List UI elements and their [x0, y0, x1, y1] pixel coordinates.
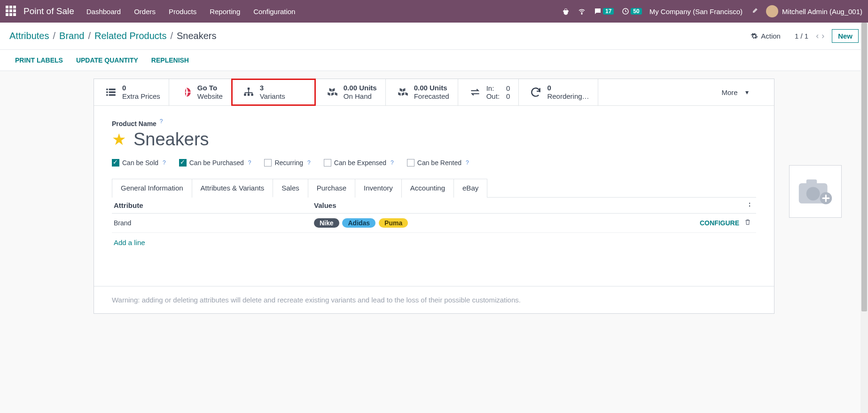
stat-in-out[interactable]: In:0 Out:0: [458, 79, 519, 105]
crumb-attributes[interactable]: Attributes: [9, 31, 49, 41]
crumb-brand[interactable]: Brand: [59, 31, 84, 41]
svg-point-13: [749, 203, 750, 204]
add-line-button[interactable]: Add a line: [112, 233, 756, 252]
pager-next-icon[interactable]: ›: [821, 31, 824, 41]
scrollbar[interactable]: [860, 23, 868, 413]
caret-down-icon: ▾: [745, 88, 749, 96]
company-switcher[interactable]: My Company (San Francisco): [649, 8, 743, 16]
crumb-sep: /: [170, 31, 173, 41]
tab-purchase[interactable]: Purchase: [308, 179, 355, 198]
tab-sales[interactable]: Sales: [273, 179, 308, 198]
tab-attributes-variants[interactable]: Attributes & Variants: [192, 179, 274, 198]
stat-label: Go To: [197, 84, 223, 92]
new-button[interactable]: New: [832, 29, 859, 43]
stat-in-value: 0: [506, 84, 510, 92]
chat-icon[interactable]: 17: [594, 7, 614, 16]
crumb-current: Sneakers: [177, 31, 217, 41]
stat-value: 3: [260, 84, 285, 92]
help-icon[interactable]: ?: [466, 159, 469, 166]
menu-products[interactable]: Products: [169, 8, 196, 16]
clock-badge: 50: [631, 8, 641, 15]
configure-button[interactable]: CONFIGURE: [700, 219, 739, 227]
col-values: Values: [314, 201, 669, 209]
list-icon: [104, 86, 117, 98]
table-header: Attribute Values: [112, 198, 756, 214]
tab-inventory[interactable]: Inventory: [355, 179, 402, 198]
wifi-icon[interactable]: [578, 7, 586, 16]
tag[interactable]: Adidas: [342, 218, 375, 228]
scrollbar-thumb[interactable]: [861, 23, 867, 311]
bug-icon[interactable]: [562, 7, 570, 16]
svg-rect-16: [806, 179, 817, 184]
cell-attribute[interactable]: Brand: [112, 219, 314, 227]
menu-orders[interactable]: Orders: [134, 8, 156, 16]
cell-values[interactable]: Nike Adidas Puma: [314, 218, 669, 228]
help-icon[interactable]: ?: [160, 118, 163, 125]
settings-icon[interactable]: [739, 201, 756, 209]
tag[interactable]: Nike: [314, 218, 339, 228]
stat-buttons: 0Extra Prices Go ToWebsite 3Variants 0.0…: [94, 79, 774, 106]
action-label: Action: [761, 32, 781, 40]
stat-in-label: In:: [486, 84, 500, 92]
stat-value: 0: [547, 84, 589, 92]
sitemap-icon: [242, 86, 255, 98]
svg-rect-5: [109, 88, 116, 90]
stat-label: Reordering…: [547, 92, 589, 100]
stat-more[interactable]: More ▾: [694, 79, 774, 105]
menu-dashboard[interactable]: Dashboard: [86, 8, 121, 16]
refresh-icon: [529, 86, 542, 98]
can-be-sold-checkbox[interactable]: Can be Sold?: [112, 159, 166, 167]
crumb-related[interactable]: Related Products: [94, 31, 166, 41]
apps-icon[interactable]: [6, 6, 17, 17]
warning-text: : adding or deleting attributes will del…: [138, 296, 521, 304]
product-name-field[interactable]: Sneakers: [133, 129, 756, 150]
clock-icon[interactable]: 50: [621, 7, 641, 16]
can-be-rented-checkbox[interactable]: Can be Rented?: [407, 159, 469, 167]
stat-label: Forecasted: [414, 92, 449, 100]
stat-variants[interactable]: 3Variants: [232, 79, 315, 105]
stat-label: Extra Prices: [122, 92, 160, 100]
tag[interactable]: Puma: [379, 218, 408, 228]
app-brand[interactable]: Point of Sale: [23, 6, 74, 16]
stat-goto-website[interactable]: Go ToWebsite: [169, 79, 232, 105]
stat-reordering[interactable]: 0Reordering…: [519, 79, 598, 105]
crumb-sep: /: [88, 31, 91, 41]
globe-icon: [180, 86, 193, 98]
menu-reporting[interactable]: Reporting: [210, 8, 240, 16]
stat-on-hand[interactable]: 0.00 UnitsOn Hand: [315, 79, 386, 105]
tab-ebay[interactable]: eBay: [454, 179, 487, 198]
stat-value: 0.00 Units: [344, 84, 377, 92]
favorite-star-icon[interactable]: ★: [112, 131, 126, 147]
update-quantity-button[interactable]: UPDATE QUANTITY: [76, 56, 138, 64]
can-be-purchased-checkbox[interactable]: Can be Purchased?: [179, 159, 251, 167]
pager-prev-icon[interactable]: ‹: [816, 31, 819, 41]
breadcrumb-bar: Attributes / Brand / Related Products / …: [0, 23, 868, 50]
tools-icon[interactable]: [750, 7, 759, 16]
stat-forecasted[interactable]: 0.00 UnitsForecasted: [386, 79, 458, 105]
tab-general-information[interactable]: General Information: [112, 179, 192, 198]
tab-accounting[interactable]: Accounting: [402, 179, 454, 198]
stat-extra-prices[interactable]: 0Extra Prices: [94, 79, 169, 105]
action-dropdown[interactable]: Action: [751, 32, 781, 40]
can-be-expensed-checkbox[interactable]: Can be Expensed?: [324, 159, 394, 167]
recurring-checkbox[interactable]: Recurring?: [264, 159, 310, 167]
pager[interactable]: 1 / 1: [795, 32, 808, 40]
menu-configuration[interactable]: Configuration: [253, 8, 295, 16]
warning-footer: Warning: adding or deleting attributes w…: [94, 286, 774, 313]
camera-plus-icon: [797, 176, 834, 206]
stat-label: Variants: [260, 92, 285, 100]
help-icon[interactable]: ?: [391, 159, 394, 166]
checkbox-label: Recurring: [274, 159, 303, 167]
product-image-placeholder[interactable]: [789, 165, 842, 218]
help-icon[interactable]: ?: [307, 159, 311, 166]
help-icon[interactable]: ?: [248, 159, 251, 166]
help-icon[interactable]: ?: [163, 159, 166, 166]
user-menu[interactable]: Mitchell Admin (Aug_001): [766, 5, 862, 17]
delete-icon[interactable]: [739, 218, 756, 227]
table-row[interactable]: Brand Nike Adidas Puma CONFIGURE: [112, 214, 756, 233]
stat-value: 0: [122, 84, 160, 92]
top-navbar: Point of Sale Dashboard Orders Products …: [0, 0, 868, 23]
replenish-button[interactable]: REPLENISH: [151, 56, 189, 64]
checkbox-label: Can be Rented: [417, 159, 461, 167]
print-labels-button[interactable]: PRINT LABELS: [15, 56, 63, 64]
